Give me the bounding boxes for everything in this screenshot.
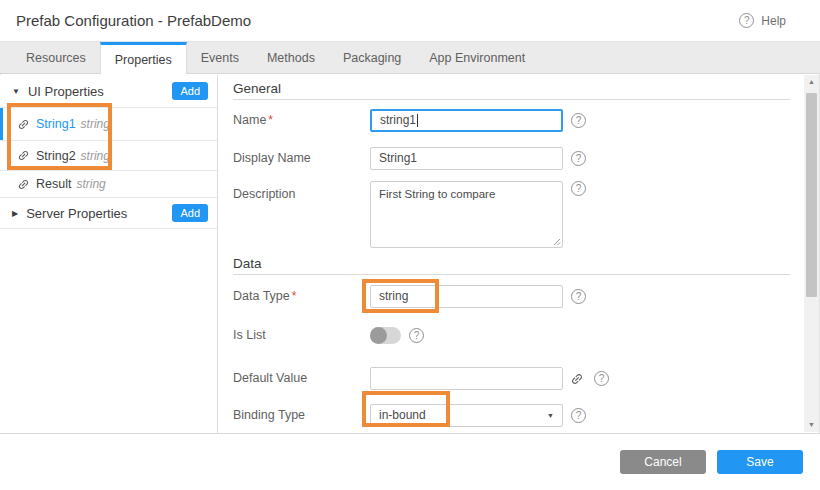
tab-resources[interactable]: Resources — [12, 42, 100, 73]
default-value-input[interactable] — [370, 367, 563, 390]
name-input[interactable]: string1 — [370, 109, 563, 132]
caret-down-icon: ▼ — [12, 87, 20, 96]
default-value-help-icon[interactable]: ? — [594, 371, 609, 386]
binding-type-label: Binding Type — [233, 404, 370, 427]
vertical-scrollbar[interactable]: ▲ ▼ — [804, 75, 819, 432]
sidebar-item-string1[interactable]: String1 string — [0, 108, 217, 141]
tab-methods[interactable]: Methods — [253, 42, 329, 73]
property-name: Result — [36, 177, 71, 191]
property-type: string — [81, 149, 110, 163]
sidebar-item-string2[interactable]: String2 string — [0, 141, 217, 171]
name-label: Name* — [233, 109, 370, 132]
name-help-icon[interactable]: ? — [571, 113, 586, 128]
data-type-label: Data Type* — [233, 285, 370, 308]
text-cursor — [417, 114, 418, 127]
is-list-label: Is List — [233, 324, 370, 347]
display-name-help-icon[interactable]: ? — [571, 151, 586, 166]
cancel-button[interactable]: Cancel — [620, 450, 706, 474]
server-properties-header[interactable]: ▶ Server Properties Add — [0, 198, 217, 229]
link-icon — [14, 146, 32, 164]
binding-type-help-icon[interactable]: ? — [571, 408, 586, 423]
property-form: General Name* string1 ? Display Name Str… — [219, 75, 804, 433]
toggle-knob — [370, 327, 387, 344]
sidebar-item-result[interactable]: Result string — [0, 171, 217, 198]
display-name-input[interactable]: String1 — [370, 147, 563, 170]
data-type-help-icon[interactable]: ? — [571, 289, 586, 304]
property-type: string — [76, 177, 105, 191]
required-asterisk: * — [268, 113, 273, 127]
dialog-title: Prefab Configuration - PrefabDemo — [16, 12, 251, 29]
link-icon — [14, 115, 32, 133]
property-name: String2 — [36, 149, 76, 163]
property-type: string — [81, 117, 110, 131]
tab-bar: Resources Properties Events Methods Pack… — [0, 42, 820, 74]
is-list-toggle[interactable] — [370, 327, 401, 344]
property-name: String1 — [36, 117, 76, 131]
tab-properties[interactable]: Properties — [100, 42, 187, 74]
ui-properties-header[interactable]: ▼ UI Properties Add — [0, 75, 217, 108]
description-label: Description — [233, 181, 370, 201]
add-ui-property-button[interactable]: Add — [172, 82, 208, 100]
data-type-input[interactable]: string — [370, 285, 563, 308]
help-button[interactable]: ? Help — [739, 13, 786, 28]
caret-right-icon: ▶ — [12, 209, 18, 218]
general-section-heading: General — [233, 82, 790, 100]
tab-app-environment[interactable]: App Environment — [415, 42, 539, 73]
resize-handle[interactable] — [553, 238, 561, 246]
binding-type-select[interactable]: in-bound ▼ — [370, 404, 563, 427]
is-list-help-icon[interactable]: ? — [409, 328, 424, 343]
add-server-property-button[interactable]: Add — [172, 204, 208, 222]
display-name-label: Display Name — [233, 147, 370, 170]
ui-properties-label: UI Properties — [28, 84, 104, 99]
link-icon — [14, 175, 32, 193]
scroll-up-icon[interactable]: ▲ — [804, 75, 819, 89]
tab-packaging[interactable]: Packaging — [329, 42, 415, 73]
required-asterisk: * — [292, 289, 297, 303]
properties-sidebar: ▼ UI Properties Add String1 string Strin… — [0, 75, 218, 433]
scrollbar-thumb[interactable] — [806, 93, 817, 297]
tab-events[interactable]: Events — [187, 42, 253, 73]
data-section-heading: Data — [233, 257, 790, 275]
title-bar: Prefab Configuration - PrefabDemo ? Help — [0, 0, 820, 42]
server-properties-label: Server Properties — [26, 206, 127, 221]
help-icon: ? — [739, 13, 754, 28]
help-label: Help — [761, 14, 786, 28]
save-button[interactable]: Save — [717, 450, 803, 474]
description-textarea[interactable]: First String to compare — [370, 181, 563, 248]
dialog-footer: Cancel Save — [0, 433, 820, 490]
dropdown-arrow-icon: ▼ — [547, 405, 554, 426]
default-value-label: Default Value — [233, 367, 370, 390]
description-help-icon[interactable]: ? — [571, 181, 586, 196]
scroll-down-icon[interactable]: ▼ — [804, 418, 819, 432]
bind-link-icon[interactable] — [567, 369, 587, 389]
